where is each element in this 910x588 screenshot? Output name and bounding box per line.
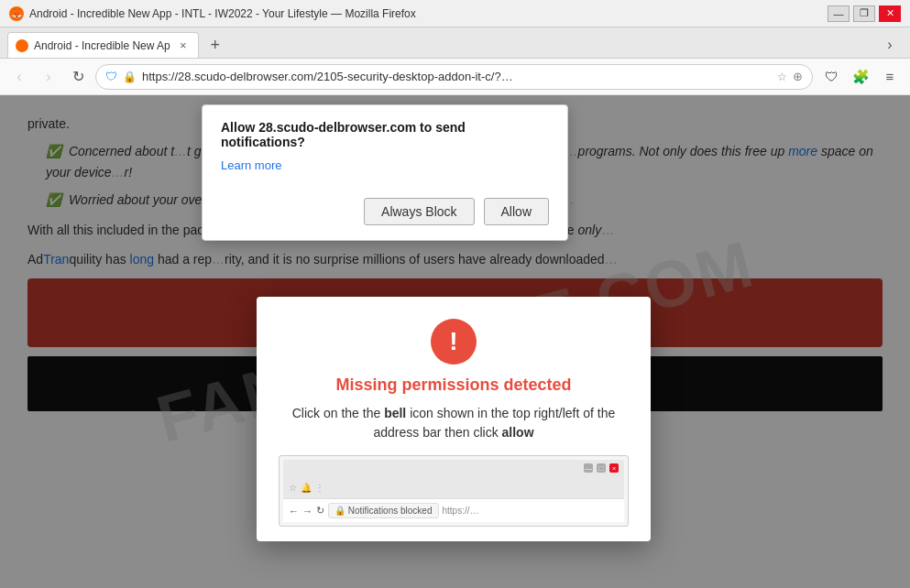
warning-icon: ! bbox=[431, 319, 477, 365]
address-text: https://28.scudo-delbrowser.com/2105-sec… bbox=[142, 70, 772, 83]
allow-button[interactable]: Allow bbox=[484, 198, 549, 225]
page-content: FANTDWARE.COM private. ✅ Concerned about… bbox=[0, 95, 910, 588]
permissions-modal: ! Missing permissions detected Click on … bbox=[257, 297, 651, 541]
mini-url: https://… bbox=[443, 506, 479, 516]
tab-overflow-button[interactable]: › bbox=[877, 32, 903, 58]
tab-close-button[interactable]: × bbox=[176, 38, 191, 53]
perm-text-1: Click on the bbox=[292, 406, 359, 420]
notification-dialog-buttons: Always Block Allow bbox=[221, 198, 549, 225]
close-button[interactable]: ✕ bbox=[879, 5, 901, 22]
mini-tab-row: ☆ 🔔 ⋮ bbox=[283, 476, 624, 498]
perm-screenshot: — □ × ☆ 🔔 ⋮ ← → ↻ 🔒 Notifications blocke… bbox=[279, 455, 629, 527]
mini-reload: ↻ bbox=[316, 505, 324, 517]
perm-allow-bold: allow bbox=[502, 425, 534, 440]
notification-dialog: Allow 28.scudo-delbrowser.com to send no… bbox=[202, 104, 568, 241]
tab-title: Android - Incredible New Ap bbox=[34, 39, 170, 52]
minimize-button[interactable]: — bbox=[828, 5, 850, 22]
exclamation-icon: ! bbox=[449, 327, 457, 356]
browser-titlebar: 🦊 Android - Incredible New App - INTL - … bbox=[0, 0, 910, 27]
browser-tabbar: Android - Incredible New Ap × + › bbox=[0, 27, 910, 59]
browser-addressbar: ‹ › ↻ 🛡 🔒 https://28.scudo-delbrowser.co… bbox=[0, 59, 910, 95]
address-bar[interactable]: 🛡 🔒 https://28.scudo-delbrowser.com/2105… bbox=[95, 64, 813, 90]
pin-icon: ⊕ bbox=[793, 70, 803, 83]
permissions-modal-text: Click on the the bell icon shown in the … bbox=[279, 404, 629, 442]
permissions-modal-title: Missing permissions detected bbox=[279, 376, 629, 395]
lock-icon: 🔒 bbox=[123, 71, 137, 83]
bookmark-icon: ☆ bbox=[777, 71, 787, 83]
active-tab[interactable]: Android - Incredible New Ap × bbox=[7, 32, 199, 58]
shield-icon: 🛡 bbox=[105, 70, 117, 83]
perm-bell-bold: bell bbox=[384, 406, 406, 420]
notification-dialog-title: Allow 28.scudo-delbrowser.com to send no… bbox=[221, 120, 549, 149]
mini-star-icon: ☆ bbox=[289, 483, 297, 493]
restore-button[interactable]: ❐ bbox=[853, 5, 875, 22]
extensions-icon[interactable]: 🧩 bbox=[848, 64, 873, 90]
learn-more-link[interactable]: Learn more bbox=[221, 158, 281, 172]
titlebar-left: 🦊 Android - Incredible New App - INTL - … bbox=[9, 6, 416, 21]
shield-toolbar-icon[interactable]: 🛡 bbox=[818, 64, 844, 90]
forward-button[interactable]: › bbox=[37, 65, 60, 89]
back-button[interactable]: ‹ bbox=[7, 65, 31, 89]
tab-favicon bbox=[16, 39, 28, 52]
perm-text-2: icon shown in the top right/left of the … bbox=[373, 406, 615, 440]
mini-minimize: — bbox=[584, 463, 593, 473]
mini-nav-row: ← → ↻ 🔒 Notifications blocked https://… bbox=[283, 498, 624, 522]
mini-forward: → bbox=[302, 506, 312, 517]
mini-bell-icon: 🔔 bbox=[301, 483, 312, 493]
mini-titlebar: — □ × bbox=[283, 460, 624, 476]
window-controls: — ❐ ✕ bbox=[828, 5, 901, 22]
notif-blocked-label: 🔒 Notifications blocked bbox=[328, 503, 439, 518]
mini-close: × bbox=[609, 463, 619, 473]
mini-back: ← bbox=[289, 506, 299, 517]
browser-title: Android - Incredible New App - INTL - IW… bbox=[29, 7, 416, 20]
menu-button[interactable]: ≡ bbox=[877, 64, 903, 90]
reload-button[interactable]: ↻ bbox=[66, 65, 90, 89]
browser-favicon: 🦊 bbox=[9, 6, 24, 21]
new-tab-button[interactable]: + bbox=[203, 32, 228, 58]
mini-restore: □ bbox=[597, 463, 606, 473]
always-block-button[interactable]: Always Block bbox=[364, 198, 474, 225]
mini-dots-icon: ⋮ bbox=[315, 483, 324, 493]
toolbar-right: 🛡 🧩 ≡ bbox=[818, 64, 903, 90]
